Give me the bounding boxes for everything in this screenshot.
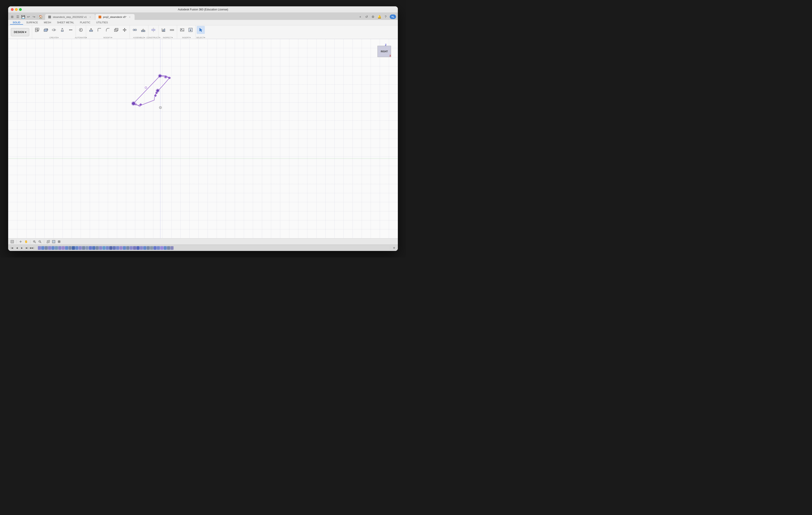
- timeline-item[interactable]: [72, 246, 75, 250]
- tab-steamdeck-step[interactable]: steamdeck_step_20220202 v1 ×: [45, 14, 95, 20]
- fit-view-button[interactable]: [10, 239, 14, 244]
- timeline-blocks[interactable]: [38, 246, 174, 250]
- visual-style-button[interactable]: [52, 239, 56, 244]
- tab-utilities[interactable]: UTILITIES: [93, 21, 111, 25]
- timeline-item[interactable]: [164, 246, 167, 250]
- home-button[interactable]: 🏠: [38, 14, 43, 19]
- timeline-item[interactable]: [41, 246, 45, 250]
- press-pull-tool[interactable]: [87, 26, 95, 34]
- timeline-next-button[interactable]: ▶|: [25, 246, 29, 250]
- insert-image-tool[interactable]: [178, 26, 186, 34]
- timeline-item[interactable]: [52, 246, 55, 250]
- loft-tool[interactable]: [58, 26, 66, 34]
- timeline-item[interactable]: [92, 246, 95, 250]
- timeline-prev-button[interactable]: ◀: [15, 246, 19, 250]
- timeline-item[interactable]: [133, 246, 136, 250]
- extrude-tool[interactable]: [41, 26, 50, 34]
- timeline-item[interactable]: [143, 246, 146, 250]
- timeline-settings-button[interactable]: ⚙: [392, 246, 396, 250]
- save-button[interactable]: 💾: [21, 14, 25, 19]
- revolve-tool[interactable]: [50, 26, 58, 34]
- timeline-item[interactable]: [85, 246, 89, 250]
- timeline-item[interactable]: [129, 246, 133, 250]
- automate-tool[interactable]: [77, 26, 85, 34]
- grid-settings-button[interactable]: [57, 239, 61, 244]
- assemble-btn[interactable]: [139, 26, 147, 34]
- select-tool[interactable]: [197, 26, 205, 34]
- menu-button[interactable]: ☰: [16, 14, 20, 19]
- timeline-end-button[interactable]: ▶▶|: [30, 246, 34, 250]
- timeline-item[interactable]: [45, 246, 48, 250]
- tab-close-active-button[interactable]: ×: [128, 16, 132, 19]
- timeline-item[interactable]: [119, 246, 122, 250]
- tab-solid[interactable]: SOLID: [10, 21, 23, 25]
- timeline-item[interactable]: [103, 246, 106, 250]
- user-avatar[interactable]: YL: [390, 14, 396, 19]
- close-button[interactable]: [11, 8, 13, 11]
- timeline-item[interactable]: [126, 246, 129, 250]
- pan-button[interactable]: [18, 239, 23, 244]
- timeline-item[interactable]: [96, 246, 99, 250]
- timeline-item[interactable]: [157, 246, 160, 250]
- tab-surface[interactable]: SURFACE: [24, 21, 41, 25]
- design-dropdown[interactable]: DESIGN ▾: [11, 28, 29, 36]
- insert-tool[interactable]: [186, 26, 195, 34]
- zoom-out-button[interactable]: [38, 239, 42, 244]
- tab-plastic[interactable]: PLASTIC: [77, 21, 93, 25]
- view-cube[interactable]: Z RIGHT X: [373, 43, 391, 62]
- timeline-item[interactable]: [99, 246, 102, 250]
- timeline-item[interactable]: [160, 246, 163, 250]
- timeline-item[interactable]: [38, 246, 41, 250]
- refresh-button[interactable]: ↺: [364, 14, 369, 19]
- timeline-item[interactable]: [82, 246, 85, 250]
- more-create-tool[interactable]: [67, 26, 75, 34]
- view-cube-face-right[interactable]: RIGHT: [377, 46, 391, 57]
- tab-close-button[interactable]: ×: [89, 16, 92, 19]
- help-button[interactable]: ?: [383, 14, 388, 19]
- redo-button[interactable]: ↪: [32, 14, 36, 19]
- zoom-window-button[interactable]: [32, 239, 37, 244]
- timeline-item[interactable]: [89, 246, 92, 250]
- timeline-item[interactable]: [153, 246, 156, 250]
- fillet-tool[interactable]: [95, 26, 104, 34]
- canvas[interactable]: Z RIGHT X: [8, 39, 398, 238]
- tab-sheet-metal[interactable]: SHEET METAL: [54, 21, 77, 25]
- timeline-item[interactable]: [150, 246, 153, 250]
- timeline-item[interactable]: [167, 246, 170, 250]
- undo-button[interactable]: ↩: [26, 14, 31, 19]
- timeline-start-button[interactable]: |◀: [10, 246, 14, 250]
- tab-mesh[interactable]: MESH: [41, 21, 54, 25]
- timeline-item[interactable]: [123, 246, 126, 250]
- timeline-item[interactable]: [55, 246, 58, 250]
- timeline-item[interactable]: [65, 246, 68, 250]
- inspect-tool[interactable]: [160, 26, 168, 34]
- timeline-play-button[interactable]: ▶: [20, 246, 24, 250]
- timeline-item[interactable]: [62, 246, 65, 250]
- maximize-button[interactable]: [19, 8, 22, 11]
- timeline-item[interactable]: [170, 246, 174, 250]
- notifications-button[interactable]: 🔔: [377, 14, 381, 19]
- timeline-item[interactable]: [140, 246, 143, 250]
- new-component-tool[interactable]: [33, 26, 41, 34]
- move-tool[interactable]: [120, 26, 129, 34]
- timeline-item[interactable]: [58, 246, 61, 250]
- display-mode-button[interactable]: [46, 239, 51, 244]
- timeline-item[interactable]: [79, 246, 82, 250]
- timeline-item[interactable]: [109, 246, 112, 250]
- timeline-item[interactable]: [136, 246, 140, 250]
- joint-tool[interactable]: [131, 26, 139, 34]
- shell-tool[interactable]: [112, 26, 120, 34]
- timeline-item[interactable]: [147, 246, 150, 250]
- chamfer-tool[interactable]: [104, 26, 112, 34]
- construct-tool[interactable]: [149, 26, 157, 34]
- apps-button[interactable]: ⊞: [10, 14, 14, 19]
- timeline-item[interactable]: [48, 246, 51, 250]
- timeline-item[interactable]: [75, 246, 78, 250]
- new-tab-button[interactable]: +: [358, 14, 362, 19]
- timeline-item[interactable]: [113, 246, 116, 250]
- ruler-tool[interactable]: [168, 26, 176, 34]
- timeline-item[interactable]: [116, 246, 119, 250]
- timeline-item[interactable]: [68, 246, 71, 250]
- hand-pan-button[interactable]: ✋: [24, 239, 28, 244]
- minimize-button[interactable]: [15, 8, 18, 11]
